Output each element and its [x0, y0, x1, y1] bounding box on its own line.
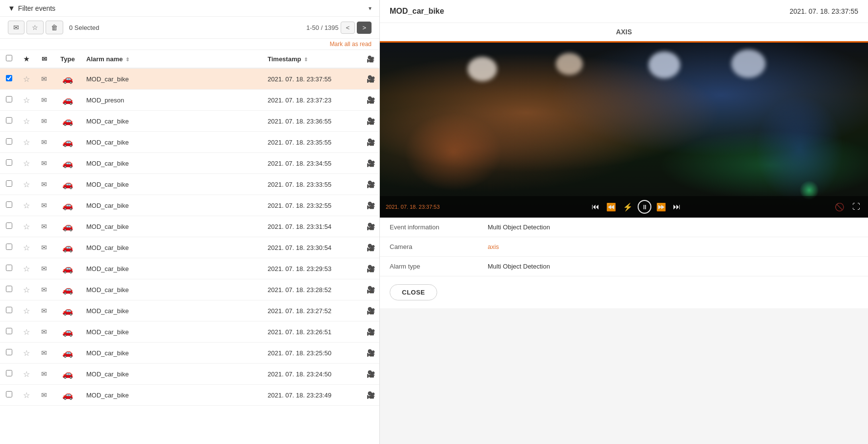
- filter-left[interactable]: ▼ Filter events: [8, 4, 55, 12]
- table-row[interactable]: ☆✉🚗MOD_car_bike2021. 07. 18. 23:26:51🎥: [0, 321, 379, 343]
- row-video-cell[interactable]: 🎥: [362, 68, 379, 90]
- pause-button[interactable]: ⏸: [638, 200, 651, 214]
- row-checkbox[interactable]: [6, 180, 12, 187]
- mail-icon[interactable]: ✉: [41, 307, 47, 315]
- row-video-cell[interactable]: 🎥: [362, 237, 379, 258]
- row-mail-cell[interactable]: ✉: [35, 300, 53, 321]
- row-star-cell[interactable]: ☆: [18, 153, 35, 174]
- row-mail-cell[interactable]: ✉: [35, 90, 53, 111]
- row-video-cell[interactable]: 🎥: [362, 90, 379, 111]
- row-star-cell[interactable]: ☆: [18, 195, 35, 216]
- row-video-cell[interactable]: 🎥: [362, 343, 379, 364]
- row-star-cell[interactable]: ☆: [18, 68, 35, 90]
- timestamp-header[interactable]: Timestamp ⇕: [264, 50, 362, 68]
- mail-icon[interactable]: ✉: [41, 138, 47, 146]
- row-checkbox-cell[interactable]: [0, 132, 18, 153]
- row-mail-cell[interactable]: ✉: [35, 174, 53, 195]
- star-button[interactable]: ☆: [26, 21, 44, 34]
- row-checkbox-cell[interactable]: [0, 174, 18, 195]
- star-icon[interactable]: ☆: [23, 265, 30, 273]
- video-icon[interactable]: 🎥: [367, 391, 375, 399]
- row-mail-cell[interactable]: ✉: [35, 385, 53, 406]
- video-icon[interactable]: 🎥: [367, 244, 375, 251]
- select-all-header[interactable]: [0, 50, 18, 68]
- mail-icon[interactable]: ✉: [41, 75, 47, 83]
- row-mail-cell[interactable]: ✉: [35, 258, 53, 279]
- mail-icon[interactable]: ✉: [41, 370, 47, 378]
- mail-icon[interactable]: ✉: [41, 328, 47, 336]
- row-checkbox-cell[interactable]: [0, 216, 18, 237]
- next-page-button[interactable]: >: [357, 22, 372, 34]
- row-checkbox-cell[interactable]: [0, 195, 18, 216]
- email-button[interactable]: ✉: [8, 21, 25, 34]
- star-icon[interactable]: ☆: [23, 201, 30, 210]
- mail-icon[interactable]: ✉: [41, 159, 47, 167]
- table-row[interactable]: ☆✉🚗MOD_car_bike2021. 07. 18. 23:28:52🎥: [0, 279, 379, 300]
- row-mail-cell[interactable]: ✉: [35, 364, 53, 385]
- row-checkbox[interactable]: [6, 265, 12, 271]
- row-checkbox[interactable]: [6, 138, 12, 145]
- table-row[interactable]: ☆✉🚗MOD_car_bike2021. 07. 18. 23:34:55🎥: [0, 153, 379, 174]
- row-checkbox[interactable]: [6, 328, 12, 334]
- star-icon[interactable]: ☆: [23, 222, 30, 231]
- table-row[interactable]: ☆✉🚗MOD_car_bike2021. 07. 18. 23:31:54🎥: [0, 216, 379, 237]
- row-video-cell[interactable]: 🎥: [362, 132, 379, 153]
- star-icon[interactable]: ☆: [23, 328, 30, 336]
- row-video-cell[interactable]: 🎥: [362, 195, 379, 216]
- row-star-cell[interactable]: ☆: [18, 111, 35, 132]
- row-checkbox-cell[interactable]: [0, 321, 18, 343]
- camera-info-value[interactable]: axis: [488, 243, 499, 250]
- row-checkbox[interactable]: [6, 117, 12, 123]
- row-mail-cell[interactable]: ✉: [35, 321, 53, 343]
- video-icon[interactable]: 🎥: [367, 138, 375, 146]
- star-icon[interactable]: ☆: [23, 307, 30, 315]
- row-checkbox[interactable]: [6, 307, 12, 313]
- row-video-cell[interactable]: 🎥: [362, 216, 379, 237]
- row-checkbox-cell[interactable]: [0, 279, 18, 300]
- star-icon[interactable]: ☆: [23, 391, 30, 399]
- row-video-cell[interactable]: 🎥: [362, 364, 379, 385]
- row-mail-cell[interactable]: ✉: [35, 153, 53, 174]
- table-row[interactable]: ☆✉🚗MOD_preson2021. 07. 18. 23:37:23🎥: [0, 90, 379, 111]
- star-icon[interactable]: ☆: [23, 96, 30, 104]
- mail-icon[interactable]: ✉: [41, 244, 47, 251]
- row-mail-cell[interactable]: ✉: [35, 279, 53, 300]
- table-row[interactable]: ☆✉🚗MOD_car_bike2021. 07. 18. 23:23:49🎥: [0, 385, 379, 406]
- row-video-cell[interactable]: 🎥: [362, 174, 379, 195]
- star-icon[interactable]: ☆: [23, 286, 30, 294]
- row-checkbox-cell[interactable]: [0, 68, 18, 90]
- row-checkbox-cell[interactable]: [0, 237, 18, 258]
- close-button[interactable]: CLOSE: [390, 284, 437, 300]
- prev-page-button[interactable]: <: [341, 22, 355, 34]
- mail-icon[interactable]: ✉: [41, 201, 47, 209]
- star-icon[interactable]: ☆: [23, 75, 30, 83]
- row-mail-cell[interactable]: ✉: [35, 68, 53, 90]
- row-star-cell[interactable]: ☆: [18, 216, 35, 237]
- video-icon[interactable]: 🎥: [367, 286, 375, 294]
- star-icon[interactable]: ☆: [23, 349, 30, 357]
- row-star-cell[interactable]: ☆: [18, 174, 35, 195]
- row-checkbox-cell[interactable]: [0, 258, 18, 279]
- row-mail-cell[interactable]: ✉: [35, 132, 53, 153]
- row-checkbox[interactable]: [6, 96, 12, 102]
- row-checkbox[interactable]: [6, 349, 12, 355]
- mail-icon[interactable]: ✉: [41, 180, 47, 188]
- row-checkbox[interactable]: [6, 391, 12, 397]
- row-checkbox[interactable]: [6, 244, 12, 250]
- video-icon[interactable]: 🎥: [367, 349, 375, 357]
- table-row[interactable]: ☆✉🚗MOD_car_bike2021. 07. 18. 23:33:55🎥: [0, 174, 379, 195]
- row-checkbox[interactable]: [6, 159, 12, 166]
- lightning-button[interactable]: ⚡: [621, 201, 635, 213]
- row-checkbox-cell[interactable]: [0, 300, 18, 321]
- video-icon[interactable]: 🎥: [367, 75, 375, 83]
- fast-forward-button[interactable]: ⏩: [654, 201, 668, 213]
- row-star-cell[interactable]: ☆: [18, 385, 35, 406]
- row-mail-cell[interactable]: ✉: [35, 216, 53, 237]
- table-row[interactable]: ☆✉🚗MOD_car_bike2021. 07. 18. 23:30:54🎥: [0, 237, 379, 258]
- row-star-cell[interactable]: ☆: [18, 343, 35, 364]
- row-star-cell[interactable]: ☆: [18, 90, 35, 111]
- mail-icon[interactable]: ✉: [41, 96, 47, 104]
- video-icon[interactable]: 🎥: [367, 180, 375, 188]
- star-icon[interactable]: ☆: [23, 159, 30, 168]
- video-icon[interactable]: 🎥: [367, 370, 375, 378]
